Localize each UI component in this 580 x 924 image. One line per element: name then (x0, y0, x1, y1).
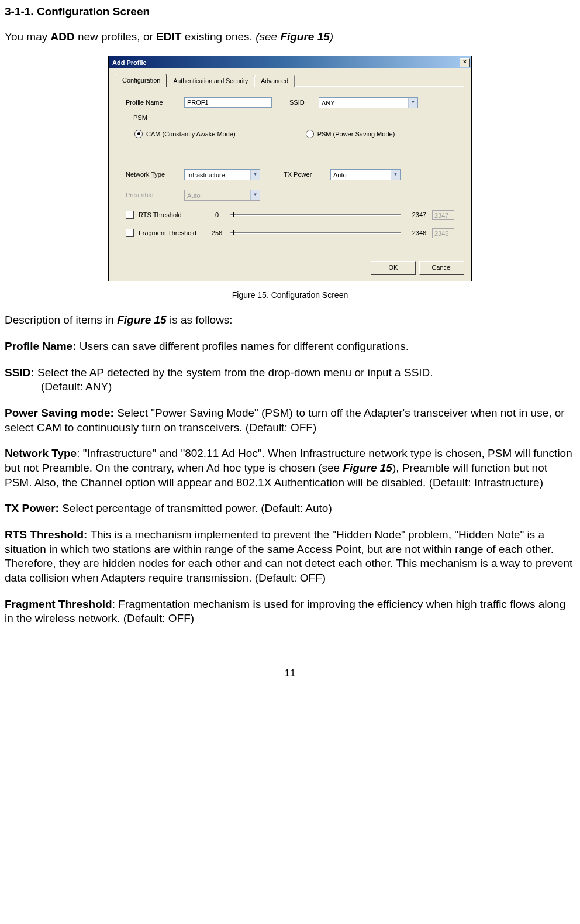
tab-advanced[interactable]: Advanced (254, 75, 295, 87)
rts-label: RTS Threshold (139, 211, 182, 219)
item-fragment-threshold: Fragment Threshold: Fragmentation mechan… (5, 597, 575, 626)
cam-radio[interactable]: CAM (Constantly Awake Mode) (134, 130, 236, 138)
tabstrip: Configuration Authentication and Securit… (116, 73, 464, 85)
profile-name-label: Profile Name (126, 98, 184, 107)
frag-value-box: 2346 (432, 228, 454, 238)
item-ssid: SSID: Select the AP detected by the syst… (5, 366, 575, 394)
item-label: RTS Threshold: (5, 528, 87, 541)
text: You may (5, 30, 51, 43)
item-power-saving: Power Saving mode: Select "Power Saving … (5, 406, 575, 435)
ssid-value: ANY (319, 98, 408, 108)
chevron-down-icon: ▼ (250, 190, 260, 200)
item-profile-name: Profile Name: Users can save different p… (5, 339, 575, 354)
figure-caption: Figure 15. Configuration Screen (5, 290, 575, 300)
item-text: Select the AP detected by the system fro… (34, 366, 433, 379)
intro-paragraph: You may ADD new profiles, or EDIT existi… (5, 30, 575, 44)
tab-configuration[interactable]: Configuration (116, 74, 167, 86)
radio-icon (306, 130, 314, 138)
ssid-label: SSID (289, 98, 319, 107)
text: ) (330, 30, 333, 43)
network-type-value: Infrastructure (185, 170, 250, 180)
item-text: Select percentage of transmitted power. … (59, 502, 332, 514)
preamble-combo: Auto ▼ (184, 190, 260, 201)
profile-name-input[interactable] (184, 97, 272, 108)
fragment-slider[interactable] (230, 232, 406, 234)
psm-legend: PSM (131, 114, 150, 122)
chevron-down-icon: ▼ (250, 170, 260, 180)
description-intro: Description of items in Figure 15 is as … (5, 313, 575, 328)
item-text: This is a mechanism implemented to preve… (5, 528, 572, 584)
item-tx-power: TX Power: Select percentage of transmitt… (5, 501, 575, 516)
txpower-combo[interactable]: Auto ▼ (330, 169, 401, 180)
rts-slider[interactable] (230, 214, 406, 216)
slider-thumb[interactable] (401, 211, 406, 221)
figure-ref: Figure 15 (280, 30, 329, 43)
text: new profiles, or (75, 30, 156, 43)
psm-groupbox: PSM CAM (Constantly Awake Mode) PSM (Pow… (126, 118, 454, 156)
item-label: Profile Name: (5, 340, 76, 352)
rts-checkbox[interactable] (126, 211, 134, 219)
ssid-combo[interactable]: ANY ▼ (319, 97, 418, 108)
item-rts-threshold: RTS Threshold: This is a mechanism imple… (5, 528, 575, 586)
cancel-button[interactable]: Cancel (419, 261, 464, 275)
preamble-label: Preamble (126, 191, 184, 199)
txpower-value: Auto (331, 170, 391, 180)
dialog-title: Add Profile (112, 59, 147, 67)
tab-panel: Profile Name SSID ANY ▼ PSM CAM (Constan… (116, 86, 464, 256)
text: Description of items in (5, 314, 117, 326)
item-label: Power Saving mode: (5, 407, 114, 419)
rts-min: 0 (208, 211, 226, 219)
ok-button[interactable]: OK (371, 261, 416, 275)
item-label: TX Power: (5, 502, 59, 514)
psm-radio-label: PSM (Power Saving Mode) (317, 130, 395, 138)
titlebar: Add Profile × (109, 56, 471, 68)
frag-max: 2346 (410, 229, 429, 237)
text: see (259, 30, 280, 43)
figure-ref: Figure 15 (343, 462, 392, 474)
text: existing ones. (181, 30, 256, 43)
item-text: Users can save different profiles names … (76, 340, 409, 352)
chevron-down-icon: ▼ (408, 98, 417, 108)
item-text-line2: (Default: ANY) (5, 380, 112, 393)
frag-min: 256 (208, 229, 226, 237)
add-profile-dialog: Add Profile × Configuration Authenticati… (108, 56, 472, 281)
fragment-label: Fragment Threshold (139, 229, 196, 237)
item-label: Network Type (5, 447, 77, 459)
item-label: Fragment Threshold (5, 598, 112, 610)
preamble-value: Auto (185, 190, 250, 200)
page-number: 11 (5, 667, 575, 680)
text: is as follows: (167, 314, 233, 326)
tab-auth-security[interactable]: Authentication and Security (167, 75, 254, 87)
add-word: ADD (51, 30, 75, 43)
item-network-type: Network Type: "Infrastructure" and "802.… (5, 446, 575, 490)
slider-thumb[interactable] (401, 229, 406, 239)
edit-word: EDIT (156, 30, 181, 43)
section-heading: 3-1-1. Configuration Screen (5, 5, 575, 19)
chevron-down-icon: ▼ (391, 170, 400, 180)
item-label: SSID: (5, 366, 34, 379)
cam-radio-label: CAM (Constantly Awake Mode) (146, 130, 236, 138)
network-type-combo[interactable]: Infrastructure ▼ (184, 169, 260, 180)
figure-ref: Figure 15 (117, 314, 166, 326)
rts-max: 2347 (410, 211, 429, 219)
radio-icon (134, 130, 143, 138)
network-type-label: Network Type (126, 170, 184, 178)
rts-value-box: 2347 (432, 210, 454, 220)
close-button[interactable]: × (460, 58, 470, 67)
fragment-checkbox[interactable] (126, 229, 134, 237)
psm-radio[interactable]: PSM (Power Saving Mode) (306, 130, 395, 138)
txpower-label: TX Power (284, 170, 330, 178)
